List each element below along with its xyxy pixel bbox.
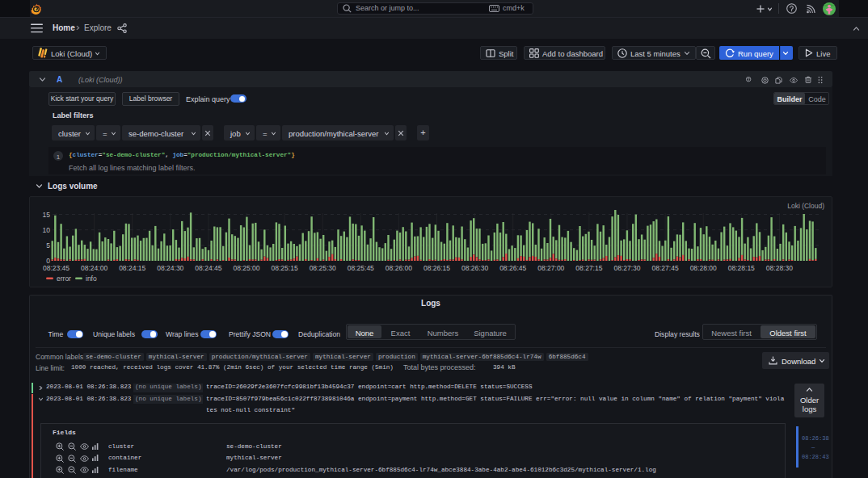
svg-text:08:27:15: 08:27:15: [575, 264, 602, 272]
svg-text:08:28:30: 08:28:30: [766, 264, 793, 272]
svg-text:08:24:15: 08:24:15: [119, 264, 145, 272]
svg-text:08:25:00: 08:25:00: [233, 264, 259, 272]
svg-text:15: 15: [43, 211, 51, 219]
svg-text:08:25:30: 08:25:30: [310, 264, 336, 272]
svg-text:08:25:15: 08:25:15: [272, 264, 298, 272]
svg-text:08:26:00: 08:26:00: [386, 264, 412, 272]
svg-text:info: info: [86, 275, 97, 283]
svg-text:08:26:30: 08:26:30: [461, 264, 488, 272]
svg-text:Loki (Cloud): Loki (Cloud): [787, 202, 824, 210]
svg-text:08:27:00: 08:27:00: [537, 264, 564, 272]
svg-text:08:24:45: 08:24:45: [195, 264, 221, 272]
svg-text:08:25:45: 08:25:45: [348, 264, 374, 272]
svg-text:08:27:30: 08:27:30: [613, 264, 640, 272]
svg-text:08:28:15: 08:28:15: [728, 264, 755, 272]
svg-text:error: error: [57, 275, 71, 283]
svg-text:08:23:45: 08:23:45: [43, 264, 70, 272]
svg-text:08:24:00: 08:24:00: [81, 264, 107, 272]
svg-text:08:26:45: 08:26:45: [499, 264, 526, 272]
svg-text:08:28:00: 08:28:00: [690, 264, 717, 272]
svg-text:08:24:30: 08:24:30: [157, 264, 183, 272]
svg-text:10: 10: [43, 226, 51, 234]
svg-text:5: 5: [46, 241, 50, 249]
svg-text:08:26:15: 08:26:15: [423, 264, 450, 272]
svg-text:08:27:45: 08:27:45: [652, 264, 679, 272]
